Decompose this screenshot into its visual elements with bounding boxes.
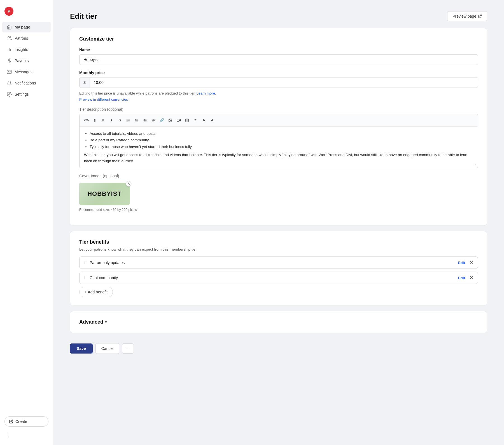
toolbar-table-btn[interactable] — [183, 116, 191, 124]
cover-image-remove-button[interactable]: ✕ — [126, 181, 131, 187]
toolbar-text-color-btn[interactable]: A — [208, 116, 216, 124]
people-icon — [7, 36, 12, 41]
price-field-container: $ — [79, 77, 478, 88]
dollar-icon — [7, 58, 12, 63]
toolbar-text-align-btn[interactable]: ≡ — [192, 116, 199, 124]
toolbar-underline-btn[interactable]: A — [200, 116, 208, 124]
svg-rect-8 — [127, 119, 130, 119]
sidebar-item-payouts[interactable]: Payouts — [2, 55, 51, 66]
toolbar-video-btn[interactable] — [175, 116, 183, 124]
bell-icon — [7, 81, 12, 86]
benefit-name: Patron-only updates — [90, 260, 455, 265]
sidebar-item-label: Patrons — [15, 36, 28, 41]
svg-point-25 — [169, 119, 170, 120]
sidebar-item-settings[interactable]: Settings — [2, 89, 51, 100]
description-editor[interactable]: Access to all tutorials, videos and post… — [79, 127, 478, 168]
description-toolbar: </> ¶ B I S 🔗 — [79, 114, 478, 127]
advanced-card: Advanced ▾ — [70, 311, 487, 333]
svg-point-5 — [9, 94, 10, 95]
edit-benefit-patron-updates[interactable]: Edit — [458, 261, 465, 265]
remove-benefit-chat-community[interactable]: ✕ — [470, 276, 473, 280]
preview-page-label: Preview page — [452, 14, 476, 18]
sidebar-item-label: Payouts — [15, 58, 29, 63]
chevron-down-icon: ▾ — [105, 320, 107, 324]
cancel-button[interactable]: Cancel — [95, 343, 120, 354]
add-benefit-button[interactable]: + Add benefit — [79, 287, 113, 297]
mail-icon — [7, 69, 12, 74]
sidebar-item-notifications[interactable]: Notifications — [2, 78, 51, 88]
page-header: Edit tier Preview page — [70, 11, 487, 21]
desc-bullet-1: Access to all tutorials, videos and post… — [90, 131, 473, 137]
save-button[interactable]: Save — [70, 343, 93, 354]
main-content: Edit tier Preview page Customize tier Na… — [53, 0, 504, 445]
sidebar-item-messages[interactable]: Messages — [2, 67, 51, 77]
more-button[interactable]: ··· — [122, 343, 134, 354]
preview-currencies-link[interactable]: Preview in different currencies — [79, 97, 478, 102]
sidebar-item-label: Messages — [15, 70, 32, 74]
cover-image-label: Cover Image (optional) — [79, 174, 478, 178]
cover-image-text: HOBBYIST — [87, 190, 122, 197]
sidebar-item-label: Insights — [15, 47, 28, 52]
sidebar-item-patrons[interactable]: Patrons — [2, 33, 51, 44]
svg-line-6 — [480, 15, 481, 17]
price-field-group: Monthly price $ Editing this tier price … — [79, 70, 478, 102]
chart-icon — [7, 47, 12, 52]
name-field-group: Name — [79, 48, 478, 65]
add-benefit-label: + Add benefit — [85, 290, 108, 294]
edit-benefit-chat-community[interactable]: Edit — [458, 276, 465, 280]
sidebar-item-label: Settings — [15, 92, 29, 96]
preview-page-button[interactable]: Preview page — [447, 11, 487, 21]
toolbar-strikethrough-btn[interactable]: S — [116, 116, 124, 124]
price-note: Editing this tier price is unavailable w… — [79, 91, 478, 96]
price-input[interactable] — [90, 77, 478, 88]
gear-icon — [7, 92, 12, 97]
svg-marker-26 — [179, 119, 180, 121]
create-label: Create — [15, 419, 27, 424]
toolbar-paragraph-btn[interactable]: ¶ — [91, 116, 99, 124]
drag-handle-icon[interactable]: ⠿ — [84, 276, 87, 280]
toolbar-outdent-btn[interactable] — [141, 116, 149, 124]
description-field-group: Tier description (optional) </> ¶ B I S — [79, 107, 478, 168]
drag-handle-icon[interactable]: ⠿ — [84, 260, 87, 265]
desc-bullet-3: Typically for those who haven't yet star… — [90, 144, 473, 150]
advanced-header[interactable]: Advanced ▾ — [79, 319, 478, 325]
toolbar-bold-btn[interactable]: B — [99, 116, 107, 124]
toolbar-italic-btn[interactable]: I — [108, 116, 115, 124]
toolbar-code-btn[interactable]: </> — [82, 116, 90, 124]
toolbar-ol-btn[interactable] — [133, 116, 141, 124]
benefit-item-patron-updates: ⠿ Patron-only updates Edit ✕ — [79, 256, 478, 269]
customize-card-title: Customize tier — [79, 36, 478, 42]
toolbar-ul-btn[interactable] — [124, 116, 132, 124]
sidebar-item-label: Notifications — [15, 81, 36, 85]
remove-benefit-patron-updates[interactable]: ✕ — [470, 260, 473, 265]
cover-image-preview: HOBBYIST — [79, 183, 130, 205]
resize-handle[interactable]: ⊿ — [474, 162, 477, 167]
desc-bullet-2: Be a part of my Patreon community — [90, 137, 473, 143]
create-button[interactable]: Create — [4, 416, 48, 427]
svg-point-0 — [8, 36, 10, 38]
learn-more-link[interactable]: Learn more. — [196, 91, 216, 95]
external-link-icon — [478, 14, 482, 18]
name-input[interactable] — [79, 54, 478, 65]
tier-benefits-card: Tier benefits Let your patrons know what… — [70, 231, 487, 305]
patreon-logo-icon: P — [4, 7, 13, 16]
footer-actions: Save Cancel ··· — [70, 339, 487, 358]
sidebar-item-my-page[interactable]: My page — [2, 22, 51, 32]
desc-paragraph: With this tier, you will get access to a… — [84, 152, 473, 164]
page-title: Edit tier — [70, 12, 97, 21]
desc-field-label: Tier description (optional) — [79, 107, 478, 112]
sidebar-item-label: My page — [15, 25, 30, 29]
price-field-label: Monthly price — [79, 70, 478, 75]
svg-rect-10 — [127, 120, 130, 120]
toolbar-indent-btn[interactable] — [150, 116, 157, 124]
customize-tier-card: Customize tier Name Monthly price $ Edit… — [70, 28, 487, 225]
sidebar-more-dots[interactable]: ⋮ — [0, 429, 53, 441]
cover-recommended-size: Recommended size: 460 by 200 pixels — [79, 208, 478, 212]
toolbar-link-btn[interactable]: 🔗 — [158, 116, 166, 124]
sidebar-item-insights[interactable]: Insights — [2, 44, 51, 55]
svg-rect-7 — [127, 119, 127, 119]
sidebar-logo: P — [0, 4, 53, 21]
svg-rect-27 — [177, 119, 179, 121]
price-currency-symbol: $ — [80, 77, 90, 88]
toolbar-image-btn[interactable] — [166, 116, 174, 124]
